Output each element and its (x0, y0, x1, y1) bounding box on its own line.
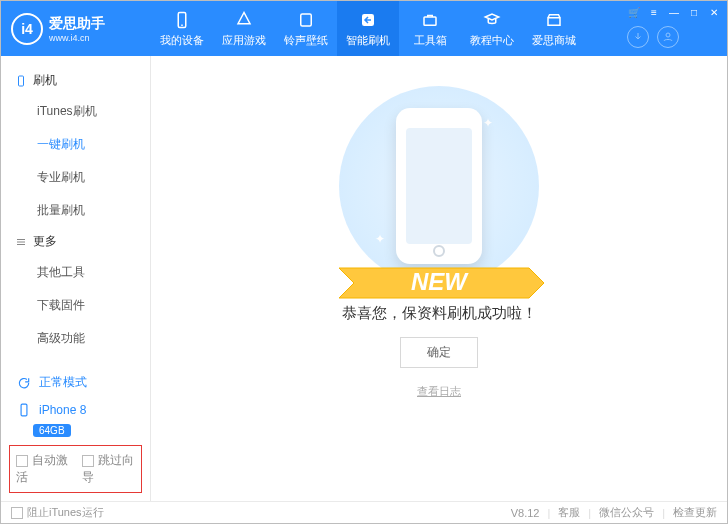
svg-rect-2 (301, 14, 312, 26)
refresh-icon (17, 376, 31, 390)
menu-icon[interactable]: ≡ (647, 5, 661, 19)
nav-device[interactable]: 我的设备 (151, 1, 213, 56)
close-button[interactable]: ✕ (707, 5, 721, 19)
mall-icon (544, 10, 564, 30)
ringtone-icon (296, 10, 316, 30)
nav-tutorial-label: 教程中心 (470, 33, 514, 48)
phone-icon (15, 75, 27, 87)
block-itunes-checkbox[interactable]: 阻止iTunes运行 (11, 505, 104, 520)
maximize-button[interactable]: □ (687, 5, 701, 19)
check-update-link[interactable]: 检查更新 (673, 505, 717, 520)
skip-wizard-checkbox[interactable]: 跳过向导 (82, 452, 136, 486)
sidebar-group-more: 更多 (1, 227, 150, 256)
sidebar-group-flash-label: 刷机 (33, 72, 57, 89)
sidebar-group-more-label: 更多 (33, 233, 57, 250)
version-label: V8.12 (511, 507, 540, 519)
app-name: 爱思助手 (49, 15, 105, 33)
svg-rect-10 (21, 404, 27, 416)
minimize-button[interactable]: — (667, 5, 681, 19)
nav-flash-label: 智能刷机 (346, 33, 390, 48)
ribbon-text: NEW (411, 268, 469, 295)
ok-button[interactable]: 确定 (400, 337, 478, 368)
nav-mall-label: 爱思商城 (532, 33, 576, 48)
nav-apps-label: 应用游戏 (222, 33, 266, 48)
sidebar-item-batch-flash[interactable]: 批量刷机 (1, 194, 150, 227)
nav-ringtone-label: 铃声壁纸 (284, 33, 328, 48)
sidebar-item-other-tools[interactable]: 其他工具 (1, 256, 150, 289)
footer: 阻止iTunes运行 V8.12 | 客服 | 微信公众号 | 检查更新 (1, 501, 727, 523)
sidebar: 刷机 iTunes刷机 一键刷机 专业刷机 批量刷机 更多 其他工具 下载固件 … (1, 56, 151, 501)
nav-tools[interactable]: 工具箱 (399, 1, 461, 56)
sidebar-item-advanced[interactable]: 高级功能 (1, 322, 150, 355)
logo: i4 爱思助手 www.i4.cn (1, 13, 151, 45)
new-ribbon: NEW (339, 158, 539, 214)
view-log-link[interactable]: 查看日志 (417, 384, 461, 399)
tutorial-icon (482, 10, 502, 30)
device-name: iPhone 8 (39, 403, 86, 417)
support-link[interactable]: 客服 (558, 505, 580, 520)
mode-indicator[interactable]: 正常模式 (9, 368, 142, 397)
nav-flash[interactable]: 智能刷机 (337, 1, 399, 56)
sidebar-item-itunes-flash[interactable]: iTunes刷机 (1, 95, 150, 128)
window-controls: 🛒 ≡ — □ ✕ (627, 5, 721, 19)
flash-options: 自动激活 跳过向导 (9, 445, 142, 493)
nav-ringtone[interactable]: 铃声壁纸 (275, 1, 337, 56)
svg-point-5 (666, 33, 670, 37)
apps-icon (234, 10, 254, 30)
sidebar-item-download-firmware[interactable]: 下载固件 (1, 289, 150, 322)
sparkle-icon: ✦ (483, 116, 493, 130)
nav-mall[interactable]: 爱思商城 (523, 1, 585, 56)
content-area: ✦ ✦ ✦ NEW 恭喜您，保资料刷机成功啦！ 确定 查看日志 (151, 56, 727, 501)
nav-device-label: 我的设备 (160, 33, 204, 48)
nav-tools-label: 工具箱 (414, 33, 447, 48)
top-bar: i4 爱思助手 www.i4.cn 我的设备 应用游戏 铃声壁纸 智能刷机 工具… (1, 1, 727, 56)
mode-label: 正常模式 (39, 374, 87, 391)
flash-icon (358, 10, 378, 30)
block-itunes-label: 阻止iTunes运行 (27, 506, 104, 518)
sidebar-group-flash: 刷机 (1, 66, 150, 95)
user-icon[interactable] (657, 26, 679, 48)
more-icon (15, 236, 27, 248)
svg-rect-4 (424, 17, 436, 25)
app-domain: www.i4.cn (49, 33, 105, 43)
wechat-link[interactable]: 微信公众号 (599, 505, 654, 520)
nav-tutorial[interactable]: 教程中心 (461, 1, 523, 56)
nav-apps[interactable]: 应用游戏 (213, 1, 275, 56)
phone-small-icon (17, 403, 31, 417)
success-illustration: ✦ ✦ ✦ NEW (339, 86, 539, 286)
download-icon[interactable] (627, 26, 649, 48)
cart-icon[interactable]: 🛒 (627, 5, 641, 19)
tools-icon (420, 10, 440, 30)
device-icon (172, 10, 192, 30)
sidebar-item-pro-flash[interactable]: 专业刷机 (1, 161, 150, 194)
sparkle-icon: ✦ (375, 232, 385, 246)
device-indicator[interactable]: iPhone 8 (9, 397, 142, 423)
main-nav: 我的设备 应用游戏 铃声壁纸 智能刷机 工具箱 教程中心 爱思商城 (151, 1, 627, 56)
storage-badge: 64GB (33, 424, 71, 437)
auto-activate-checkbox[interactable]: 自动激活 (16, 452, 70, 486)
svg-rect-6 (19, 76, 24, 86)
logo-icon: i4 (11, 13, 43, 45)
sidebar-item-oneclick-flash[interactable]: 一键刷机 (1, 128, 150, 161)
